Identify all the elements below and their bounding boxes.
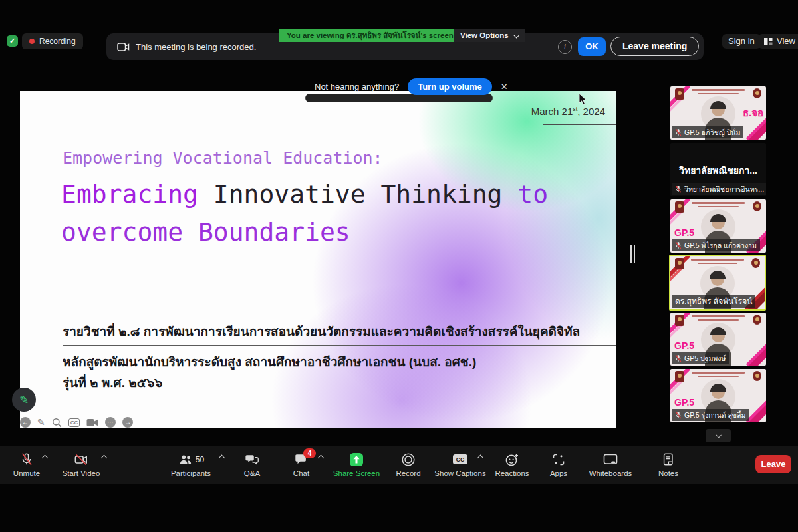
more-options-icon[interactable]: ⋯ [105, 417, 116, 428]
reactions-label: Reactions [495, 469, 529, 477]
qa-bubbles-icon [244, 452, 260, 467]
recording-dot-icon [29, 39, 35, 44]
shared-screen-slide: March 21st, 2024 Empowering Vocational E… [20, 91, 616, 428]
recording-indicator: Recording [22, 33, 83, 49]
mouse-cursor [579, 93, 588, 106]
view-label: View [777, 34, 795, 49]
certificate-header [689, 89, 747, 94]
grid-view-icon [764, 37, 773, 46]
record-icon [400, 452, 416, 467]
participant-tile-active-speaker[interactable]: ดร.สุทธิพร สัจพันโรจน์ [669, 255, 766, 311]
participant-overlay-text: ธ.จอ [743, 105, 763, 121]
slide-date: March 21st, 2024 [531, 106, 605, 117]
slide-title-line1: Empowering Vocational Education: [63, 148, 383, 168]
svg-text:CC: CC [456, 456, 464, 463]
participants-count: 50 [196, 455, 204, 464]
emblem-left-icon [675, 371, 684, 382]
participant-display-text: วิทยาลัยพณิชยกา... [670, 163, 766, 178]
participant-tile[interactable]: GP.5 GP.5 พิไรกุล แก้วค่างาม [670, 200, 766, 253]
recording-notice-text: This meeting is being recorded. [136, 42, 256, 52]
recording-notice: This meeting is being recorded. [117, 33, 256, 60]
video-camera-icon[interactable] [86, 418, 98, 427]
participant-name: GP.5 พิไรกุล แก้วค่างาม [684, 240, 757, 251]
emblem-right-icon [753, 315, 761, 325]
ok-button[interactable]: OK [578, 37, 606, 56]
zoom-search-icon[interactable] [52, 418, 62, 428]
chevron-down-icon [716, 432, 721, 438]
captions-cc-icon[interactable]: CC [68, 418, 80, 427]
view-options-label: View Options [460, 29, 509, 42]
whiteboard-icon [602, 452, 618, 467]
participant-name-badge: GP.5 อภิวิชญ์ ปินั่ม [672, 126, 743, 138]
leave-button[interactable]: Leave [755, 455, 791, 473]
share-screen-icon [348, 452, 364, 467]
emblem-right-icon [751, 258, 760, 268]
start-video-label: Start Video [63, 469, 100, 477]
emblem-left-icon [675, 258, 684, 269]
leave-meeting-button[interactable]: Leave meeting [610, 37, 699, 56]
participants-icon [178, 452, 194, 467]
slide-title-line2: Embracing Innovative Thinking to [61, 180, 548, 209]
unmute-label: Unmute [13, 469, 40, 477]
certificate-header [689, 315, 747, 321]
next-slide-button[interactable]: → [122, 417, 133, 428]
participant-overlay-text: GP.5 [674, 397, 694, 408]
notes-icon [661, 452, 676, 467]
participant-tile[interactable]: ธ.จอ GP.5 อภิวิชญ์ ปินั่ม [670, 86, 766, 140]
view-options-dropdown[interactable]: View Options [454, 29, 525, 42]
audio-toast-message: Not hearing anything? [315, 82, 399, 92]
certificate-header [689, 372, 747, 377]
participant-name: วิทยาลัยพณิชยการอินทร... [684, 184, 764, 194]
muted-mic-icon [675, 241, 682, 249]
notes-label: Notes [658, 469, 678, 477]
draw-pencil-icon[interactable]: ✎ [37, 417, 45, 428]
previous-slide-button[interactable]: ← [20, 417, 31, 428]
muted-camera-icon [73, 452, 89, 467]
slide-divider [63, 345, 616, 346]
muted-mic-icon [675, 128, 682, 136]
slide-title-line3: overcome Boundaries [61, 217, 350, 247]
security-shield-icon[interactable]: ✓ [7, 35, 18, 47]
participant-overlay-text: GP.5 [674, 340, 694, 351]
sign-in-button[interactable]: Sign in [722, 34, 761, 49]
emblem-left-icon [675, 315, 684, 326]
panel-resize-handle[interactable] [630, 245, 635, 263]
emblem-right-icon [753, 371, 761, 381]
recording-label: Recording [39, 37, 76, 46]
participant-name-badge: GP.5 รุ่งกานต์ สุขลิ้ม [672, 409, 749, 421]
certificate-header [689, 202, 747, 207]
zoom-meeting-window: ✓ Recording This meeting is being record… [0, 0, 798, 532]
share-screen-label: Share Screen [333, 469, 380, 477]
emblem-left-icon [675, 88, 684, 100]
more-participants-button[interactable] [706, 429, 731, 442]
viewing-screen-banner: You are viewing ดร.สุทธิพร สัจพันโรจน์'s… [279, 29, 461, 42]
chat-label: Chat [293, 469, 309, 477]
info-icon[interactable]: i [558, 40, 572, 54]
annotate-pencil-button[interactable]: ✎ [12, 388, 36, 412]
muted-mic-icon [675, 411, 682, 419]
pencil-icon: ✎ [19, 393, 29, 407]
participant-name: GP5 ปฐมพงษ์ [684, 353, 726, 364]
muted-mic-icon [675, 185, 682, 193]
notes-button[interactable]: Notes [635, 452, 702, 477]
participants-button[interactable]: 50 Participants [158, 452, 224, 477]
whiteboards-button[interactable]: Whiteboards [577, 452, 644, 477]
participant-tile[interactable]: GP.5 GP.5 รุ่งกานต์ สุขลิ้ม [670, 369, 766, 422]
participant-name: GP.5 อภิวิชญ์ ปินั่ม [684, 127, 740, 138]
emblem-right-icon [753, 88, 761, 98]
view-button[interactable]: View [758, 34, 798, 49]
slide-course-line: รายวิชาที่ ๒.๘ การพัฒนาการเรียนการสอนด้ว… [63, 321, 580, 341]
reactions-smiley-icon [504, 452, 520, 467]
date-underline [543, 124, 616, 125]
audio-toast: Not hearing anything? Turn up volume ✕ [315, 78, 508, 95]
close-icon[interactable]: ✕ [501, 82, 508, 92]
record-label: Record [396, 469, 420, 477]
participant-name-badge: ดร.สุทธิพร สัจพันโรจน์ [672, 295, 755, 308]
participant-name-badge: GP5 ปฐมพงษ์ [672, 352, 729, 364]
participant-tile[interactable]: วิทยาลัยพณิชยกา... วิทยาลัยพณิชยการอินทร… [670, 143, 766, 196]
participants-label: Participants [171, 469, 211, 477]
emblem-right-icon [753, 201, 761, 211]
turn-up-volume-button[interactable]: Turn up volume [408, 78, 492, 95]
slide-cohort-line: รุ่นที่ ๒ พ.ศ. ๒๕๖๖ [63, 372, 162, 392]
participant-tile[interactable]: GP.5 GP5 ปฐมพงษ์ [670, 313, 766, 366]
